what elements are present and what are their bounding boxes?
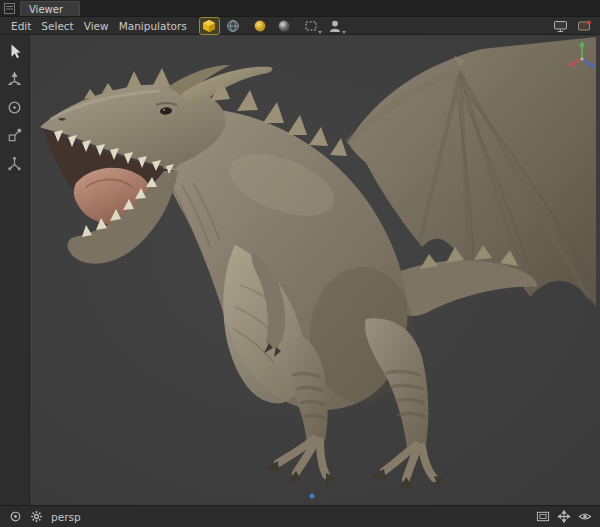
menu-bar: Edit Select View Manipulators	[0, 17, 600, 35]
tool-select[interactable]	[4, 42, 26, 61]
tab-strip: Viewer	[0, 0, 600, 17]
display-toggle-group	[200, 18, 243, 34]
left-toolbar	[0, 35, 30, 505]
marquee-select-button[interactable]	[302, 18, 321, 34]
tool-rotate[interactable]	[4, 98, 26, 117]
globe-icon	[226, 19, 240, 33]
globe-button[interactable]	[224, 18, 243, 34]
menu-select[interactable]: Select	[36, 20, 78, 32]
pan-mode-icon[interactable]	[557, 510, 571, 524]
live-render-button[interactable]	[575, 18, 594, 34]
tab-viewer[interactable]: Viewer	[20, 1, 80, 16]
settings-gear-icon[interactable]	[29, 510, 43, 524]
camera-eye-icon[interactable]	[578, 510, 592, 524]
tool-axis-tripod[interactable]	[4, 154, 26, 173]
visibility-circle-icon[interactable]	[8, 510, 22, 524]
shaded-sphere-button[interactable]	[275, 18, 294, 34]
light-sphere-button[interactable]	[251, 18, 270, 34]
select-arrow-icon	[7, 43, 23, 60]
resolution-gate-icon[interactable]	[536, 510, 550, 524]
head-display-button[interactable]	[326, 18, 345, 34]
axis-tripod-icon	[6, 155, 23, 172]
translate-icon	[6, 71, 23, 88]
dropdown-arrow-icon	[342, 31, 346, 34]
pane-menu-icon[interactable]	[4, 3, 15, 14]
tool-translate[interactable]	[4, 70, 26, 89]
geometry-cube-icon	[202, 19, 216, 33]
viewer-window: Viewer Edit Select View Manipulators	[0, 0, 600, 527]
render-indicator-group	[551, 18, 594, 34]
shaded-sphere-icon	[277, 19, 291, 33]
lighting-toggle-group	[251, 18, 294, 34]
origin-dot	[310, 494, 315, 499]
render-monitor-button[interactable]	[551, 18, 570, 34]
main-area	[0, 35, 600, 505]
rotate-icon	[6, 99, 23, 116]
dropdown-arrow-icon	[318, 31, 322, 34]
marquee-select-icon	[304, 19, 318, 33]
menu-view[interactable]: View	[79, 20, 114, 32]
light-sphere-icon	[253, 19, 267, 33]
menu-edit[interactable]: Edit	[6, 20, 36, 32]
viewport-3d[interactable]	[30, 35, 600, 505]
head-display-icon	[328, 19, 342, 33]
scale-icon	[6, 127, 23, 144]
live-render-icon	[577, 19, 592, 33]
selection-mode-group	[302, 18, 345, 34]
scene-canvas	[30, 35, 600, 505]
status-bar: persp	[0, 505, 600, 527]
camera-selector[interactable]: persp	[51, 511, 81, 523]
menu-manipulators[interactable]: Manipulators	[114, 20, 192, 32]
render-monitor-icon	[553, 19, 568, 33]
tab-viewer-label: Viewer	[29, 4, 63, 15]
tool-scale[interactable]	[4, 126, 26, 145]
geometry-cube-button[interactable]	[200, 18, 219, 34]
